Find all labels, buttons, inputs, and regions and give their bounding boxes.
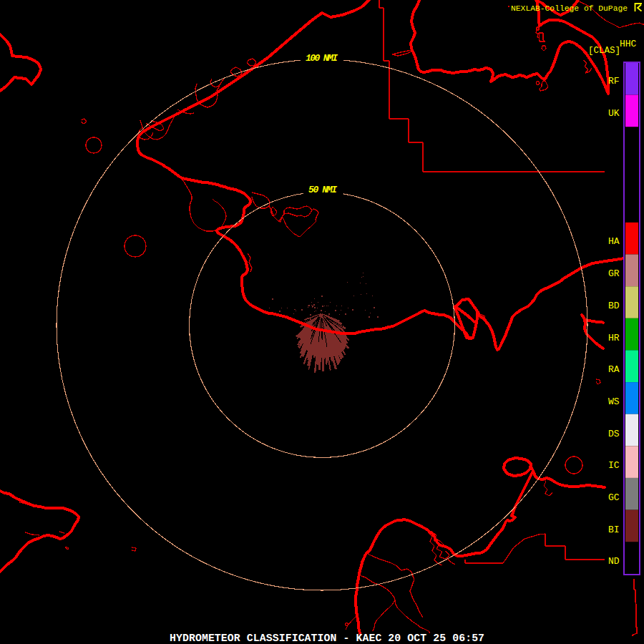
svg-text:ND: ND <box>608 556 620 567</box>
svg-text:IC: IC <box>608 460 620 471</box>
svg-text:RA: RA <box>608 364 620 375</box>
svg-text:GR: GR <box>608 268 620 279</box>
svg-text:BI: BI <box>608 525 620 535</box>
svg-text:HR: HR <box>608 333 620 343</box>
svg-text:GC: GC <box>608 492 620 503</box>
svg-text:DS: DS <box>608 429 620 439</box>
svg-text:RF: RF <box>608 76 620 87</box>
svg-text:NEXLAB-College of DuPage: NEXLAB-College of DuPage <box>511 4 628 13</box>
svg-text:[CLAS]: [CLAS] <box>588 46 620 56</box>
svg-text:BD: BD <box>608 301 620 311</box>
svg-text:100 NMI: 100 NMI <box>306 53 338 64</box>
svg-text:HYDROMETEOR CLASSIFICATION - K: HYDROMETEOR CLASSIFICATION - KAEC 20 OCT… <box>170 633 484 644</box>
svg-text:50 NMI: 50 NMI <box>308 185 337 195</box>
svg-text:HHC: HHC <box>620 39 637 49</box>
svg-text:UK: UK <box>608 108 620 119</box>
svg-text:HA: HA <box>608 236 620 247</box>
svg-text:WS: WS <box>608 396 620 407</box>
